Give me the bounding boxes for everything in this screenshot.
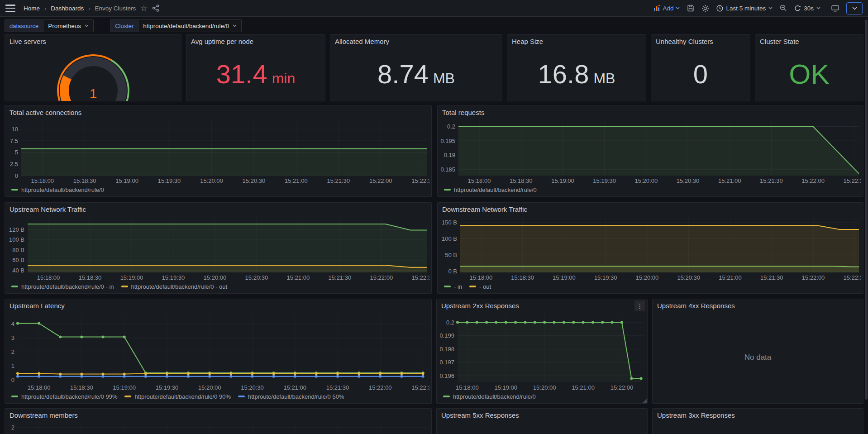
svg-text:120 B: 120 B: [9, 226, 24, 233]
svg-text:15:21:00: 15:21:00: [572, 384, 595, 391]
legend-item[interactable]: httproute/default/backend/rule/0: [443, 393, 536, 400]
svg-text:100 B: 100 B: [442, 235, 457, 242]
chevron-down-icon: [85, 24, 89, 27]
menu-icon[interactable]: [5, 5, 15, 12]
legend-swatch: [124, 396, 131, 397]
legend-item[interactable]: httproute/default/backend/rule/0 99%: [11, 393, 117, 400]
legend-item[interactable]: httproute/default/backend/rule/0 50%: [238, 393, 344, 400]
stats-row: Live servers 1 Avg uptime per node 31.4m…: [5, 34, 863, 101]
svg-text:15:18:00: 15:18:00: [31, 177, 54, 184]
svg-text:60 B: 60 B: [12, 257, 24, 263]
svg-text:15:21:30: 15:21:30: [760, 177, 783, 184]
svg-text:15:19:30: 15:19:30: [162, 274, 185, 281]
panel-upstream-4xx-responses: Upstream 4xx Responses No data: [652, 299, 863, 404]
panel-title[interactable]: Total active connections: [10, 109, 81, 116]
svg-text:15:21:30: 15:21:30: [326, 384, 349, 391]
panel-title[interactable]: Heap Size: [512, 38, 543, 45]
svg-text:15:22:30: 15:22:30: [843, 177, 861, 184]
chart-plot-area[interactable]: 15:18:0015:18:3015:19:0015:19:3015:20:00…: [5, 312, 431, 392]
stat-value: OK: [789, 60, 830, 88]
breadcrumb-dashboards[interactable]: Dashboards: [51, 5, 84, 12]
legend-swatch: [11, 396, 18, 397]
legend-item[interactable]: - in: [444, 283, 462, 290]
panel-title[interactable]: Unhealthy Clusters: [656, 38, 713, 45]
svg-text:15:19:30: 15:19:30: [593, 177, 616, 184]
svg-text:2.5: 2.5: [10, 161, 18, 167]
refresh-icon: [794, 5, 801, 12]
panel-unhealthy-clusters: Unhealthy Clusters 0: [651, 34, 750, 101]
panel-title[interactable]: Upstream 4xx Responses: [657, 302, 735, 310]
panel-title[interactable]: Downstream members: [10, 411, 78, 419]
legend-swatch: [11, 189, 18, 191]
svg-text:0.19: 0.19: [444, 152, 455, 158]
cluster-label[interactable]: Cluster: [110, 19, 138, 32]
refresh-picker[interactable]: 30s: [794, 5, 820, 12]
add-button[interactable]: Add: [653, 5, 680, 12]
tv-icon[interactable]: [831, 5, 839, 12]
svg-text:15:21:30: 15:21:30: [329, 274, 352, 281]
svg-text:15:19:00: 15:19:00: [120, 274, 143, 281]
time-range-picker[interactable]: Last 5 minutes: [716, 5, 773, 12]
legend-item[interactable]: httproute/default/backend/rule/0 - out: [121, 283, 227, 290]
svg-text:15:18:30: 15:18:30: [510, 177, 533, 184]
time-series-chart: 15:18:0015:19:0015:20:0015:21:0015:22:00…: [439, 312, 645, 392]
datasource-label[interactable]: datasource: [5, 19, 43, 32]
panel-title[interactable]: Upstream 3xx Responses: [657, 411, 735, 419]
svg-text:10: 10: [12, 126, 18, 133]
legend-swatch: [238, 396, 245, 397]
svg-text:15:19:30: 15:19:30: [594, 274, 617, 281]
save-dashboard-icon[interactable]: [687, 5, 694, 12]
star-icon[interactable]: ☆: [140, 5, 147, 12]
chart-plot-area[interactable]: 15:18:0015:18:3015:19:0015:19:3015:20:00…: [5, 421, 431, 434]
legend-item[interactable]: httproute/default/backend/rule/0 - in: [11, 283, 114, 290]
panel-title[interactable]: Total requests: [442, 109, 484, 116]
chart-plot-area[interactable]: 15:18:0015:18:3015:19:0015:19:3015:20:00…: [438, 215, 863, 282]
chart-plot-area[interactable]: 15:18:0015:19:0015:20:0015:21:0015:22:00…: [437, 312, 647, 392]
cluster-select[interactable]: httproute/default/backend/rule/0: [138, 19, 242, 32]
panel-title[interactable]: Allocated Memory: [335, 38, 389, 45]
legend-label: httproute/default/backend/rule/0: [21, 186, 104, 193]
zoom-out-icon[interactable]: [780, 5, 787, 12]
panel-title[interactable]: Upstream 5xx Responses: [441, 411, 519, 419]
svg-text:1: 1: [11, 362, 14, 369]
panel-menu-button[interactable]: ⋮: [634, 300, 645, 311]
legend-label: httproute/default/backend/rule/0: [453, 393, 536, 400]
panel-title[interactable]: Cluster State: [760, 38, 799, 45]
panel-title[interactable]: Upstream Latency: [10, 302, 65, 310]
share-icon[interactable]: [152, 5, 159, 12]
chart-plot-area[interactable]: 15:18:0015:18:3015:19:0015:19:3015:20:00…: [5, 215, 431, 282]
datasource-select[interactable]: Prometheus: [43, 19, 94, 32]
chart-plot-area[interactable]: 15:18:0015:18:3015:19:0015:19:3015:20:00…: [5, 119, 431, 186]
legend-item[interactable]: - out: [469, 283, 491, 290]
svg-text:0.197: 0.197: [439, 359, 454, 366]
scrollbar-thumb[interactable]: [865, 19, 868, 400]
svg-text:15:22:00: 15:22:00: [370, 274, 393, 281]
svg-text:15:19:00: 15:19:00: [551, 177, 574, 184]
live-servers-gauge: 1: [5, 48, 181, 101]
page-scrollbar[interactable]: [864, 17, 868, 434]
panel-title[interactable]: Upstream Network Traffic: [10, 205, 86, 213]
settings-icon[interactable]: [701, 5, 709, 12]
collapse-navbar-button[interactable]: [846, 2, 863, 14]
panel-title[interactable]: Downstream Network Traffic: [442, 205, 527, 213]
svg-text:15:20:30: 15:20:30: [243, 177, 266, 184]
breadcrumb-home[interactable]: Home: [24, 5, 40, 12]
svg-text:15:22:00: 15:22:00: [369, 384, 392, 391]
legend-swatch: [469, 286, 476, 287]
refresh-interval-label: 30s: [804, 5, 814, 12]
legend-label: httproute/default/backend/rule/0 - in: [21, 283, 114, 290]
panel-title[interactable]: Avg uptime per node: [191, 38, 253, 45]
legend-item[interactable]: httproute/default/backend/rule/0: [11, 186, 104, 193]
legend-item[interactable]: httproute/default/backend/rule/0: [444, 186, 537, 193]
chevron-down-icon: [233, 24, 237, 27]
time-series-chart: 15:18:0015:18:3015:19:0015:19:3015:20:00…: [439, 215, 861, 282]
svg-text:15:22:00: 15:22:00: [801, 177, 825, 184]
chart-plot-area[interactable]: 15:18:0015:18:3015:19:0015:19:3015:20:00…: [438, 119, 863, 186]
panel-title[interactable]: Upstream 2xx Responses: [441, 302, 519, 310]
stat-value: 0: [693, 61, 708, 87]
panel-upstream-latency: Upstream Latency 15:18:0015:18:3015:19:0…: [5, 299, 432, 404]
legend-item[interactable]: httproute/default/backend/rule/0 90%: [124, 393, 230, 400]
stat-value: 16.8: [538, 61, 589, 87]
svg-text:15:19:00: 15:19:00: [113, 384, 136, 391]
panel-title[interactable]: Live servers: [10, 38, 46, 45]
